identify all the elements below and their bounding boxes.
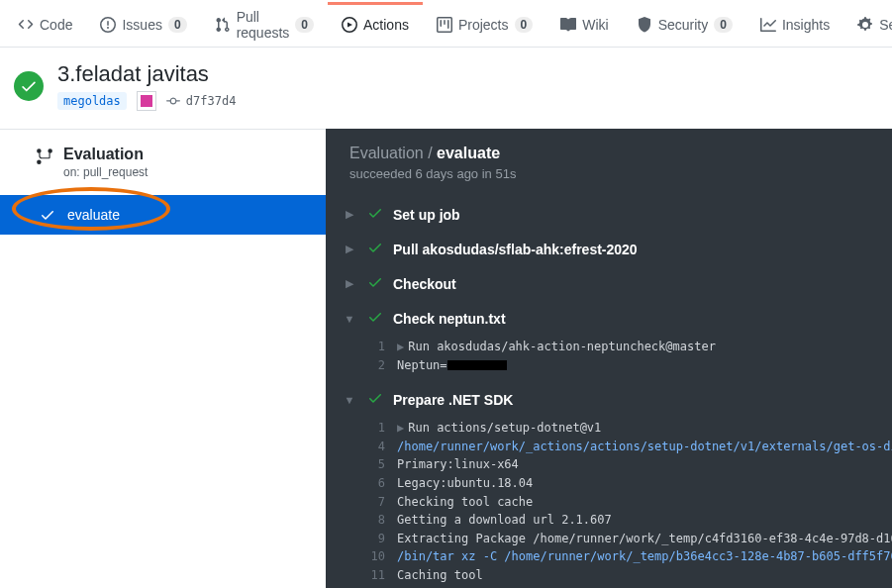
branch-label[interactable]: megoldas (57, 92, 127, 110)
tab-pulls[interactable]: Pull requests 0 (201, 0, 328, 53)
tab-insights[interactable]: Insights (746, 2, 843, 46)
graph-icon (760, 17, 776, 33)
line-text: Primary:linux-x64 (397, 455, 519, 474)
step-row[interactable]: ▼Check neptun.txt (330, 301, 888, 336)
log-line: 1▶Run actions/setup-dotnet@v1 (369, 419, 888, 438)
step-name: Set up job (393, 207, 460, 223)
tab-actions-label: Actions (363, 17, 409, 33)
line-text: Legacy:ubuntu.18.04 (397, 474, 533, 493)
step-row[interactable]: ▶Checkout (330, 266, 888, 301)
check-icon (367, 309, 383, 328)
line-number: 1 (369, 419, 397, 438)
tab-projects-label: Projects (458, 17, 509, 33)
workflow-icon (36, 147, 53, 165)
log-line: 6Legacy:ubuntu.18.04 (369, 474, 888, 493)
step-name: Prepare .NET SDK (393, 392, 513, 408)
line-text: Neptun= (397, 356, 507, 375)
line-number: 1 (369, 338, 397, 356)
repo-nav: Code Issues 0 Pull requests 0 Actions Pr… (0, 0, 892, 48)
workflow-name: Evaluation (63, 146, 148, 163)
job-label: evaluate (67, 207, 120, 223)
check-icon (20, 77, 38, 95)
job-evaluate[interactable]: evaluate (0, 195, 326, 235)
tab-wiki[interactable]: Wiki (546, 2, 622, 46)
line-text: /bin/tar xz -C /home/runner/work/_temp/b… (397, 547, 892, 566)
line-number: 9 (369, 530, 397, 548)
tab-code-label: Code (40, 17, 72, 33)
line-number: 11 (369, 566, 397, 585)
check-icon (367, 240, 383, 258)
log-breadcrumb: Evaluation / evaluate (349, 145, 868, 162)
log-line: 2Neptun= (369, 356, 888, 375)
tab-settings-label: Settings (879, 17, 892, 33)
play-icon (342, 17, 357, 33)
line-text: Caching tool (397, 566, 483, 585)
log-line: 10/bin/tar xz -C /home/runner/work/_temp… (369, 547, 888, 566)
chevron-icon: ▶ (342, 243, 357, 255)
step-row[interactable]: ▶Set up job (330, 197, 888, 232)
chevron-icon: ▶ (342, 208, 357, 221)
issues-count: 0 (168, 17, 187, 33)
log-line: 8Getting a download url 2.1.607 (369, 511, 888, 530)
tab-insights-label: Insights (782, 17, 830, 33)
pr-icon (215, 17, 231, 33)
gear-icon (857, 17, 873, 33)
tab-issues-label: Issues (122, 17, 161, 33)
line-number: 7 (369, 493, 397, 512)
commit-sha[interactable]: d7f37d4 (166, 94, 237, 108)
tab-settings[interactable]: Settings (843, 2, 892, 46)
log-lines: 1▶Run actions/setup-dotnet@v14/home/runn… (330, 417, 888, 588)
shield-icon (637, 17, 652, 33)
sidebar: Evaluation on: pull_request evaluate (0, 129, 326, 588)
check-icon (367, 205, 383, 224)
pulls-count: 0 (295, 17, 314, 33)
workflow-header: Evaluation on: pull_request (0, 130, 326, 195)
tab-pulls-label: Pull requests (237, 9, 290, 41)
line-text: ▶Run actions/setup-dotnet@v1 (397, 419, 601, 438)
chevron-icon: ▼ (342, 394, 357, 406)
tab-wiki-label: Wiki (582, 17, 608, 33)
code-icon (18, 17, 34, 33)
workflow-trigger: on: pull_request (63, 165, 148, 179)
tab-security[interactable]: Security 0 (623, 2, 746, 46)
line-text: Extracting Package /home/runner/work/_te… (397, 530, 892, 548)
tab-code[interactable]: Code (4, 2, 86, 46)
tab-security-label: Security (658, 17, 709, 33)
line-number: 12 (369, 585, 397, 588)
log-panel: Evaluation / evaluate succeeded 6 days a… (326, 129, 892, 588)
log-line: 1▶Run akosdudas/ahk-action-neptuncheck@m… (369, 338, 888, 356)
line-text: ▶Run akosdudas/ahk-action-neptuncheck@ma… (397, 338, 716, 356)
tab-actions[interactable]: Actions (328, 2, 423, 46)
run-success-badge (14, 71, 44, 101)
check-icon (40, 207, 55, 223)
line-text: Checking tool cache (397, 493, 533, 512)
issue-icon (100, 17, 116, 33)
line-number: 6 (369, 474, 397, 493)
line-text: Getting a download url 2.1.607 (397, 511, 612, 530)
line-number: 8 (369, 511, 397, 530)
step-row[interactable]: ▶Pull akosdudas/sflab-ahk:efrest-2020 (330, 232, 888, 266)
log-lines: 1▶Run akosdudas/ahk-action-neptuncheck@m… (330, 336, 888, 382)
log-status-line: succeeded 6 days ago in 51s (349, 166, 868, 181)
tab-projects[interactable]: Projects 0 (423, 2, 546, 46)
line-number: 2 (369, 356, 397, 375)
security-count: 0 (714, 17, 733, 33)
log-line: 4/home/runner/work/_actions/actions/setu… (369, 438, 888, 456)
check-icon (367, 390, 383, 409)
run-header: 3.feladat javitas megoldas d7f37d4 (0, 48, 892, 129)
run-title: 3.feladat javitas (57, 61, 236, 87)
log-line: 11Caching tool (369, 566, 888, 585)
step-row[interactable]: ▼Prepare .NET SDK (330, 382, 888, 417)
step-name: Check neptun.txt (393, 311, 506, 327)
step-name: Pull akosdudas/sflab-ahk:efrest-2020 (393, 242, 638, 257)
line-number: 10 (369, 547, 397, 566)
check-icon (367, 274, 383, 293)
line-text: Successfully installed 2.1.607 (397, 585, 612, 588)
project-icon (437, 17, 452, 33)
line-text: /home/runner/work/_actions/actions/setup… (397, 438, 892, 456)
log-line: 5Primary:linux-x64 (369, 455, 888, 474)
actor-avatar[interactable] (137, 91, 156, 111)
step-name: Checkout (393, 276, 456, 292)
tab-issues[interactable]: Issues 0 (86, 2, 200, 46)
book-icon (560, 17, 576, 33)
